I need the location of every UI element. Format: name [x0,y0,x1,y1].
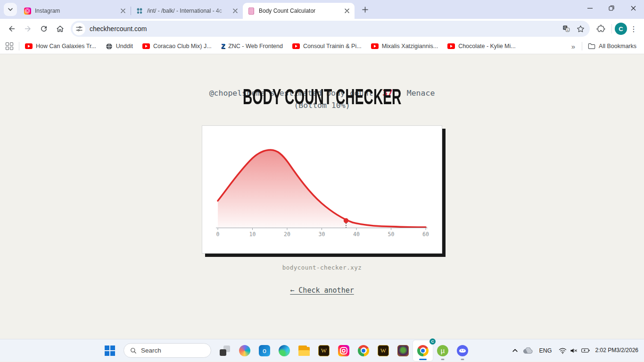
taskbar-app-outlook[interactable]: o [255,340,274,361]
reload-button[interactable] [36,21,52,37]
bookmark-item[interactable]: Mixalis Xatzigiannis... [371,43,438,49]
taskbar-app-utorrent[interactable]: µ [433,340,453,361]
globe-icon [106,43,113,50]
toolbar-divider [611,24,612,33]
close-window-button[interactable] [622,0,644,16]
instagram-icon [24,7,31,15]
taskbar-app-chrome-active[interactable]: C [413,340,433,361]
new-tab-button[interactable] [358,3,372,16]
taskbar-app-hearthstone[interactable] [393,340,413,361]
taskbar-app-instagram[interactable] [334,340,354,361]
back-arrow-icon [8,25,16,33]
bookmark-item[interactable]: Z ZNC - Web Frontend [221,43,283,49]
taskbar-search[interactable]: Search [124,343,211,358]
close-icon [631,6,636,11]
task-view-button[interactable] [215,340,235,361]
tab-instagram[interactable]: Instagram [19,3,131,19]
tab-close-icon[interactable] [231,7,239,15]
bookmarks-divider [19,42,19,50]
tab-close-icon[interactable] [119,7,127,15]
browser-menu-button[interactable]: ⋮ [627,25,640,33]
distribution-chart: 0 10 20 30 40 50 60 [202,126,442,253]
youtube-icon [371,43,379,49]
marker-dot [344,218,348,223]
profile-avatar[interactable]: C [615,23,627,35]
wifi-icon [559,347,567,354]
home-button[interactable] [52,21,68,37]
forward-button[interactable] [20,21,36,37]
back-button[interactable] [4,21,20,37]
bookmark-label: ZNC - Web Frontend [228,43,283,49]
bookmark-star-icon[interactable] [576,25,585,33]
chrome-icon [417,345,429,356]
extensions-button[interactable] [593,21,609,37]
url-text[interactable]: checkhercount.com [90,25,562,33]
x-axis-ticks [218,228,426,230]
bookmark-label: Coracao Club Mix) J... [153,43,212,49]
browser-tab-strip: Instagram /int/ - /balk/ - International… [0,0,644,19]
fourchan-clover-icon [136,7,143,15]
tray-show-hidden-icons[interactable] [510,341,520,360]
bookmark-item[interactable]: Coracao Club Mix) J... [142,43,212,49]
bookmark-item[interactable]: How Can Galaxies Tr... [25,43,96,49]
windows-logo-icon [105,346,115,356]
taskbar-app-wow-classic[interactable]: W [373,340,393,361]
plus-icon [362,7,368,13]
window-controls [579,0,644,16]
bookmark-label: How Can Galaxies Tr... [36,43,96,49]
bookmark-item[interactable]: Consoul Trainin & Pi... [292,43,362,49]
bookmarks-overflow-button[interactable]: » [571,42,575,50]
page-title: BODY COUNT CHECKER [243,83,401,109]
minimize-button[interactable] [579,0,601,16]
wow-icon: W [378,345,389,356]
bookmark-item[interactable]: Chocolate - Kylie Mi... [447,43,516,49]
page-content: BODY COUNT CHECKER @chopelshema's estima… [0,54,644,339]
svg-text:60: 60 [422,231,429,238]
tray-clock[interactable]: 2:02 PM 3/2/2026 [593,341,643,360]
tab-close-icon[interactable] [343,7,351,15]
tab-body-count-calculator[interactable]: Body Count Calculator [243,3,355,19]
taskbar-app-file-explorer[interactable] [294,340,314,361]
hearthstone-icon [397,345,409,356]
edge-icon [279,345,290,356]
onedrive-cloud-icon [523,347,533,354]
start-button[interactable] [100,340,120,361]
tab-title: Body Count Calculator [259,8,339,14]
svg-text:20: 20 [284,231,290,238]
taskbar-app-discord[interactable] [453,340,472,361]
svg-text:30: 30 [319,231,325,238]
tray-status-group[interactable] [556,341,593,360]
bookmarks-bar: How Can Galaxies Tr... Unddit Coracao Cl… [0,39,644,54]
taskbar-app-wow[interactable]: W [314,340,334,361]
address-bar[interactable]: checkhercount.com GA [71,21,590,37]
utorrent-icon: µ [437,345,448,356]
file-explorer-icon [298,347,310,356]
translate-icon[interactable]: GA [562,25,570,33]
tray-language[interactable]: ENG [535,341,555,360]
youtube-icon [447,43,455,49]
svg-text:10: 10 [249,231,256,238]
taskbar-app-edge[interactable] [274,340,294,361]
bookmark-label: Consoul Trainin & Pi... [303,43,362,49]
check-another-link[interactable]: ← Check another [290,286,354,295]
taskbar-app-chrome[interactable] [354,340,373,361]
browser-toolbar: checkhercount.com GA C ⋮ [0,19,644,39]
site-settings-chip[interactable] [73,23,85,35]
tray-onedrive[interactable] [520,341,535,360]
tray-date: 3/2/2026 [616,346,638,354]
apps-grid-icon[interactable] [6,42,13,50]
all-bookmarks-button[interactable]: All Bookmarks [588,43,636,49]
tab-search-button[interactable] [4,3,17,16]
instagram-icon [338,345,349,356]
tab-4chan-thread[interactable]: /int/ - /balk/ - International - 4c [131,3,243,19]
battery-icon [581,347,590,354]
taskbar-app-copilot[interactable] [235,340,255,361]
youtube-icon [142,43,150,49]
svg-text:50: 50 [388,231,395,238]
restore-button[interactable] [601,0,622,16]
running-indicator [419,359,427,360]
running-indicator [461,359,464,360]
bookmark-item[interactable]: Unddit [106,43,133,50]
home-icon [56,25,65,33]
bookmark-label: Chocolate - Kylie Mi... [458,43,516,49]
